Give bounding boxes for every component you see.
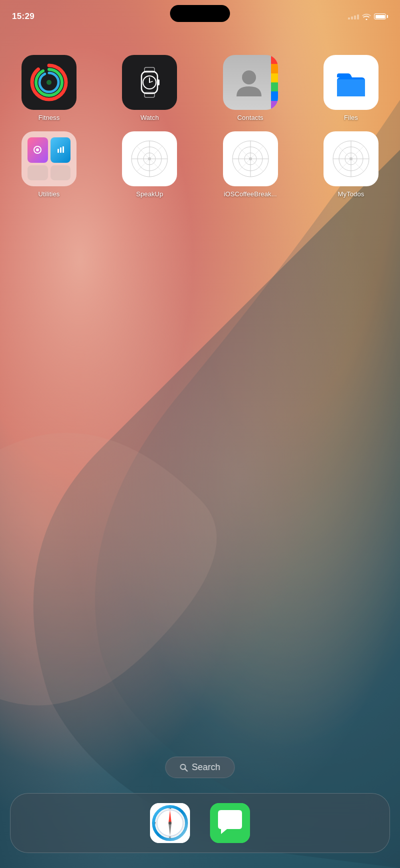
dock: N S E W <box>10 793 390 853</box>
battery-icon <box>374 13 388 19</box>
app-ioscoffeebreak[interactable]: iOSCoffeeBreak... <box>216 131 286 198</box>
contacts-label: Contacts <box>238 114 264 121</box>
svg-rect-6 <box>158 79 160 85</box>
svg-line-48 <box>185 769 188 771</box>
status-icons <box>348 13 388 20</box>
dock-app-messages[interactable] <box>210 803 250 843</box>
dynamic-island <box>170 5 230 22</box>
search-bar[interactable]: Search <box>165 757 234 778</box>
app-speakup[interactable]: SpeakUp <box>114 131 184 198</box>
status-time: 15:29 <box>12 11 34 21</box>
wifi-icon <box>362 13 371 20</box>
ioscoffeebreak-label: iOSCoffeeBreak... <box>224 190 277 198</box>
messages-icon <box>210 803 250 843</box>
svg-point-54 <box>168 822 172 825</box>
svg-rect-17 <box>58 149 59 153</box>
files-icon <box>324 55 378 110</box>
files-label: Files <box>344 114 358 121</box>
contacts-icon <box>223 55 278 110</box>
app-grid: Fitness <box>0 55 400 208</box>
svg-point-16 <box>36 148 39 151</box>
speakup-icon <box>122 131 177 186</box>
signal-icon <box>348 13 359 19</box>
app-row-2: Utilities <box>14 131 386 198</box>
search-label: Search <box>192 762 220 773</box>
ioscoffeebreak-icon <box>223 131 278 186</box>
app-mytodos[interactable]: MyTodos <box>316 131 386 198</box>
app-utilities[interactable]: Utilities <box>14 131 84 198</box>
svg-point-37 <box>249 157 252 160</box>
watch-label: Watch <box>140 114 159 121</box>
fitness-icon <box>22 55 76 110</box>
svg-rect-14 <box>337 79 365 96</box>
svg-rect-19 <box>62 146 64 153</box>
watch-icon <box>122 55 177 110</box>
svg-point-3 <box>46 80 52 85</box>
utilities-label: Utilities <box>38 190 60 198</box>
app-fitness[interactable]: Fitness <box>14 55 84 121</box>
utilities-icon <box>22 131 76 186</box>
app-watch[interactable]: Watch <box>114 55 184 121</box>
speakup-label: SpeakUp <box>136 190 163 198</box>
fitness-label: Fitness <box>38 114 60 121</box>
app-contacts[interactable]: Contacts <box>216 55 286 121</box>
mytodos-label: MyTodos <box>338 190 364 198</box>
dock-app-safari[interactable]: N S E W <box>150 803 190 843</box>
search-icon <box>180 764 188 772</box>
search-pill[interactable]: Search <box>165 757 234 778</box>
svg-rect-18 <box>60 147 62 153</box>
safari-icon: N S E W <box>150 803 190 843</box>
svg-point-11 <box>242 70 256 84</box>
svg-point-46 <box>350 157 352 160</box>
mytodos-icon <box>324 131 378 186</box>
app-row-1: Fitness <box>14 55 386 121</box>
svg-point-28 <box>148 157 151 160</box>
app-files[interactable]: Files <box>316 55 386 121</box>
